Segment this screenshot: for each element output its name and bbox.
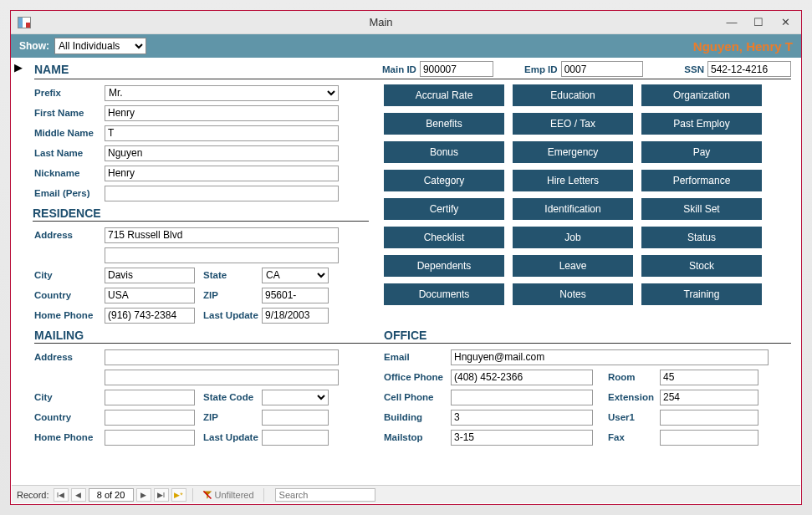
res-lastupdate-input[interactable]	[262, 308, 329, 324]
office-cellphone-label: Cell Phone	[384, 392, 451, 402]
res-zip-input[interactable]	[262, 288, 329, 303]
mail-statecode-select[interactable]	[262, 390, 329, 405]
ssn-input[interactable]	[707, 61, 791, 77]
office-email-input[interactable]	[451, 349, 769, 365]
nav-checklist[interactable]: Checklist	[384, 227, 504, 248]
nav-leave[interactable]: Leave	[513, 255, 633, 277]
res-homephone-input[interactable]	[105, 308, 195, 324]
res-address2-input[interactable]	[105, 247, 339, 263]
mail-homephone-input[interactable]	[105, 430, 195, 446]
res-city-input[interactable]	[105, 268, 195, 283]
minimize-button[interactable]: —	[724, 15, 739, 30]
header-row: NAME Main ID Emp ID SSN	[34, 61, 791, 79]
nav-accrual-rate[interactable]: Accrual Rate	[384, 84, 504, 106]
close-button[interactable]: ✕	[778, 15, 793, 30]
nav-stock[interactable]: Stock	[641, 255, 762, 277]
nav-notes[interactable]: Notes	[513, 283, 633, 305]
nav-education[interactable]: Education	[513, 84, 633, 106]
maximize-button[interactable]: ☐	[751, 15, 766, 30]
mail-lastupdate-input[interactable]	[262, 430, 329, 446]
emp-id-input[interactable]	[561, 61, 643, 77]
nav-category[interactable]: Category	[384, 170, 504, 191]
lastname-label: Last Name	[34, 148, 105, 158]
record-position-input[interactable]	[89, 488, 134, 502]
nav-dependents[interactable]: Dependents	[384, 255, 504, 277]
nav-benefits[interactable]: Benefits	[384, 113, 504, 135]
firstname-input[interactable]	[105, 105, 339, 121]
res-address1-input[interactable]	[105, 227, 339, 243]
right-column: Accrual Rate Education Organization Bene…	[384, 83, 791, 325]
office-cellphone-input[interactable]	[451, 390, 593, 405]
mail-city-input[interactable]	[105, 390, 195, 405]
record-first-button[interactable]: I◀	[54, 488, 69, 502]
mail-address2-input[interactable]	[105, 370, 339, 385]
mail-lastupdate-label: Last Update	[195, 432, 262, 442]
show-label: Show:	[19, 40, 49, 52]
nav-past-employ[interactable]: Past Employ	[641, 113, 762, 135]
separator	[192, 488, 193, 502]
nav-status[interactable]: Status	[641, 227, 762, 248]
main-id-group: Main ID	[382, 61, 508, 77]
mailing-column: Address City State Code Country ZIP	[34, 347, 369, 447]
window-controls: — ☐ ✕	[724, 15, 801, 30]
office-title: OFFICE	[384, 329, 426, 342]
record-prev-button[interactable]: ◀	[71, 488, 86, 502]
record-label: Record:	[17, 490, 49, 500]
office-phone-input[interactable]	[451, 370, 593, 385]
emp-id-label: Emp ID	[524, 64, 558, 74]
emailpers-label: Email (Pers)	[34, 188, 105, 198]
office-room-input[interactable]	[660, 370, 758, 385]
nav-pay[interactable]: Pay	[641, 141, 762, 163]
record-new-button[interactable]: ▶*	[171, 488, 186, 502]
lastname-input[interactable]	[105, 145, 339, 161]
mail-country-input[interactable]	[105, 410, 195, 426]
middlename-input[interactable]	[105, 125, 339, 141]
show-select[interactable]: All Individuals	[54, 38, 146, 54]
res-state-select[interactable]: CA	[262, 268, 329, 283]
office-mailstop-input[interactable]	[451, 430, 593, 446]
record-search-input[interactable]	[275, 488, 375, 502]
mail-address-label: Address	[34, 352, 105, 362]
ssn-label: SSN	[684, 64, 704, 74]
nav-button-grid: Accrual Rate Education Organization Bene…	[384, 84, 791, 305]
res-country-input[interactable]	[105, 288, 195, 303]
nav-bonus[interactable]: Bonus	[384, 141, 504, 163]
nav-job[interactable]: Job	[513, 227, 633, 248]
res-lastupdate-label: Last Update	[195, 310, 262, 320]
nav-identification[interactable]: Identification	[513, 198, 633, 220]
mail-zip-input[interactable]	[262, 410, 329, 426]
office-extension-input[interactable]	[660, 390, 758, 405]
mail-address1-input[interactable]	[105, 349, 339, 365]
res-city-label: City	[34, 270, 105, 280]
office-fax-input[interactable]	[660, 430, 758, 446]
emailpers-input[interactable]	[105, 186, 339, 201]
nav-eeo-tax[interactable]: EEO / Tax	[513, 113, 633, 135]
filter-icon	[202, 490, 212, 500]
nav-training[interactable]: Training	[641, 283, 762, 305]
nav-certify[interactable]: Certify	[384, 198, 504, 220]
filter-status[interactable]: Unfiltered	[199, 490, 258, 500]
office-room-label: Room	[608, 372, 660, 382]
nav-performance[interactable]: Performance	[641, 170, 762, 191]
mail-zip-label: ZIP	[195, 412, 262, 422]
nav-emergency[interactable]: Emergency	[513, 141, 633, 163]
residence-title: RESIDENCE	[33, 207, 369, 222]
nav-skill-set[interactable]: Skill Set	[641, 198, 762, 220]
nav-organization[interactable]: Organization	[641, 84, 762, 106]
office-phone-label: Office Phone	[384, 372, 451, 382]
nickname-input[interactable]	[105, 166, 339, 181]
res-zip-label: ZIP	[195, 290, 262, 300]
mail-homephone-label: Home Phone	[34, 432, 105, 442]
main-id-input[interactable]	[420, 61, 493, 77]
record-next-button[interactable]: ▶	[136, 488, 151, 502]
app-icon	[18, 17, 31, 28]
office-user1-input[interactable]	[660, 410, 758, 426]
record-navigation-bar: Record: I◀ ◀ ▶ ▶I ▶* Unfiltered	[12, 485, 800, 503]
record-last-button[interactable]: ▶I	[154, 488, 169, 502]
nav-hire-letters[interactable]: Hire Letters	[513, 170, 633, 191]
display-name: Nguyen, Henry T	[693, 39, 793, 54]
form-content: ▶ NAME Main ID Emp ID SSN Prefix Mr. Fi	[11, 58, 801, 451]
nav-documents[interactable]: Documents	[384, 283, 504, 305]
prefix-select[interactable]: Mr.	[105, 85, 339, 101]
office-building-input[interactable]	[451, 410, 593, 426]
